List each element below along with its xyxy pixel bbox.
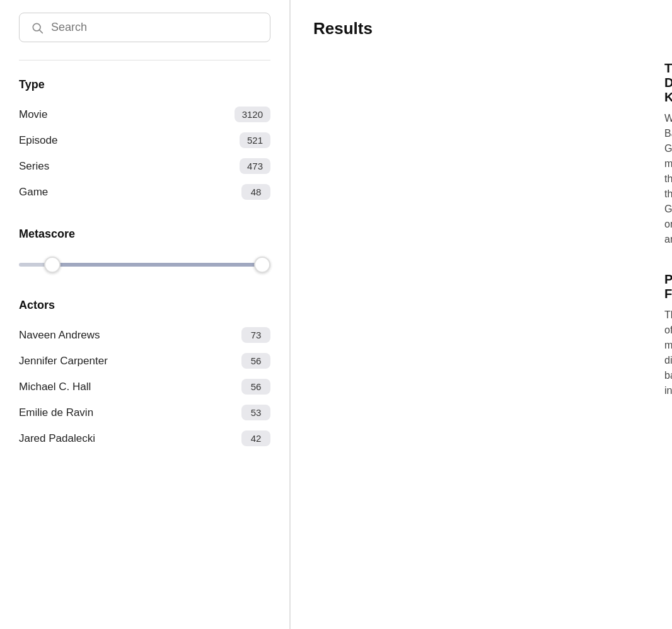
range-thumb-right[interactable] bbox=[254, 257, 270, 273]
actor-1-label: Jennifer Carpenter bbox=[19, 355, 108, 367]
actor-2-count: 56 bbox=[241, 379, 270, 395]
filter-item-series-label: Series bbox=[19, 160, 49, 173]
filter-item-actor-1[interactable]: Jennifer Carpenter 56 bbox=[19, 348, 270, 374]
filter-item-episode[interactable]: Episode 521 bbox=[19, 127, 270, 153]
metascore-filter-section: Metascore bbox=[19, 228, 270, 276]
svg-line-1 bbox=[40, 30, 43, 33]
filter-item-episode-label: Episode bbox=[19, 134, 57, 147]
result-item-0: THE DARK KNIGHT JULY 18 The Dark Knight … bbox=[313, 59, 649, 247]
actor-2-label: Michael C. Hall bbox=[19, 381, 91, 393]
actor-3-count: 53 bbox=[241, 405, 270, 420]
metascore-range[interactable] bbox=[19, 253, 270, 276]
results-title: Results bbox=[313, 19, 649, 38]
actor-0-label: Naveen Andrews bbox=[19, 329, 100, 342]
filter-item-series[interactable]: Series 473 bbox=[19, 153, 270, 179]
filter-item-movie[interactable]: Movie 3120 bbox=[19, 101, 270, 127]
range-fill bbox=[49, 263, 265, 267]
result-title-1[interactable]: Pulp Fiction bbox=[664, 272, 672, 301]
filter-item-actor-4[interactable]: Jared Padalecki 42 bbox=[19, 425, 270, 451]
filter-item-game[interactable]: Game 48 bbox=[19, 179, 270, 205]
filter-item-game-count: 48 bbox=[241, 184, 270, 200]
main-content: Results THE DARK KNIGHT JULY 18 The Dark… bbox=[290, 0, 672, 629]
actor-3-label: Emilie de Ravin bbox=[19, 407, 93, 419]
result-title-0[interactable]: The Dark Knight bbox=[664, 61, 672, 105]
actor-4-label: Jared Padalecki bbox=[19, 432, 95, 445]
filter-item-movie-label: Movie bbox=[19, 108, 47, 121]
actors-filter-title: Actors bbox=[19, 299, 270, 312]
actor-4-count: 42 bbox=[241, 430, 270, 446]
actor-1-count: 56 bbox=[241, 353, 270, 369]
type-filter-section: Type Movie 3120 Episode 521 Series 473 G… bbox=[19, 78, 270, 205]
range-thumb-left[interactable] bbox=[44, 257, 61, 273]
result-info-0: The Dark Knight When Batman, Gordo mob, … bbox=[664, 59, 672, 247]
result-info-1: Pulp Fiction The lives of two mob of din… bbox=[664, 270, 672, 398]
search-icon bbox=[31, 21, 43, 34]
filter-item-episode-count: 521 bbox=[240, 132, 270, 148]
search-box[interactable] bbox=[19, 13, 270, 42]
type-filter-title: Type bbox=[19, 78, 270, 91]
filter-item-actor-3[interactable]: Emilie de Ravin 53 bbox=[19, 400, 270, 425]
actors-filter-section: Actors Naveen Andrews 73 Jennifer Carpen… bbox=[19, 299, 270, 451]
divider bbox=[19, 60, 270, 61]
actor-0-count: 73 bbox=[241, 327, 270, 343]
filter-item-series-count: 473 bbox=[240, 158, 270, 174]
filter-item-actor-0[interactable]: Naveen Andrews 73 bbox=[19, 322, 270, 348]
metascore-filter-title: Metascore bbox=[19, 228, 270, 241]
filter-item-movie-count: 3120 bbox=[235, 107, 270, 122]
result-description-1: The lives of two mob of diner bandits in… bbox=[664, 308, 672, 398]
filter-item-actor-2[interactable]: Michael C. Hall 56 bbox=[19, 374, 270, 400]
result-description-0: When Batman, Gordo mob, they let the clo… bbox=[664, 111, 672, 247]
search-input[interactable] bbox=[51, 21, 258, 34]
result-item-1: John Travolta · Samuel L. Jackson · Uma … bbox=[313, 270, 649, 398]
sidebar: Type Movie 3120 Episode 521 Series 473 G… bbox=[0, 0, 290, 629]
filter-item-game-label: Game bbox=[19, 186, 48, 199]
